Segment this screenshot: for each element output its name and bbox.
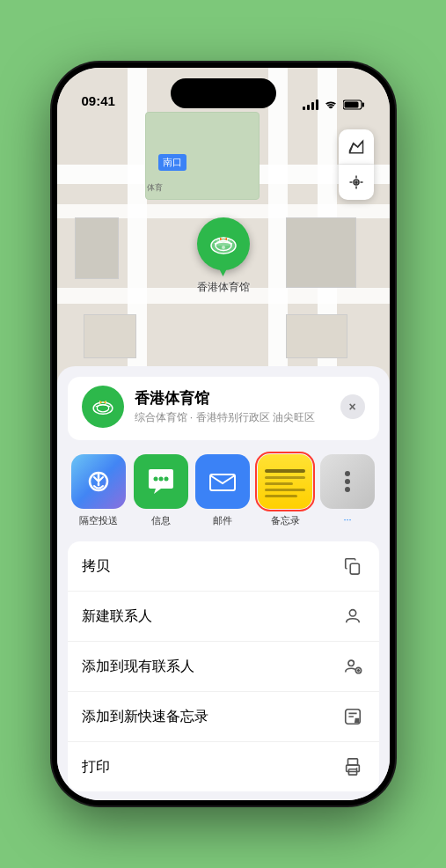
signal-icon — [303, 99, 318, 110]
share-more[interactable]: ··· — [317, 454, 379, 527]
mail-label: 邮件 — [213, 514, 232, 527]
notes-label: 备忘录 — [271, 514, 300, 527]
phone-frame: 09:41 — [52, 63, 395, 805]
copy-icon — [340, 554, 365, 578]
person-add-icon — [340, 654, 365, 679]
status-icons — [303, 99, 365, 110]
note-icon — [340, 704, 365, 729]
svg-point-28 — [347, 660, 353, 666]
svg-point-22 — [153, 477, 157, 482]
bottom-sheet: 香港体育馆 综合体育馆 · 香港特别行政区 油尖旺区 × — [57, 366, 390, 800]
venue-header: 香港体育馆 综合体育馆 · 香港特别行政区 油尖旺区 × — [68, 377, 379, 440]
svg-point-27 — [349, 610, 355, 616]
svg-point-36 — [355, 768, 357, 769]
share-notes[interactable]: 备忘录 — [254, 454, 317, 527]
action-print[interactable]: 打印 — [68, 742, 379, 791]
phone-screen: 09:41 — [57, 68, 390, 800]
pin-tail — [219, 268, 228, 276]
venue-pin-label: 香港体育馆 — [197, 280, 250, 295]
svg-marker-20 — [103, 401, 106, 403]
action-quick-note[interactable]: 添加到新快速备忘录 — [68, 692, 379, 742]
svg-point-10 — [222, 246, 225, 249]
action-quick-note-label: 添加到新快速备忘录 — [82, 708, 208, 726]
svg-rect-1 — [362, 103, 364, 107]
action-new-contact[interactable]: 新建联系人 — [68, 592, 379, 642]
venue-name: 香港体育馆 — [135, 388, 330, 408]
svg-point-5 — [355, 181, 356, 183]
more-label: ··· — [344, 514, 352, 525]
location-button[interactable] — [339, 165, 374, 200]
wifi-icon — [324, 99, 338, 110]
battery-icon — [343, 99, 365, 110]
status-time: 09:41 — [82, 93, 115, 110]
notes-icon — [258, 454, 312, 509]
svg-marker-19 — [99, 401, 102, 403]
share-airdrop[interactable]: 隔空投送 — [68, 454, 130, 527]
svg-rect-33 — [347, 759, 357, 765]
more-icon — [320, 454, 375, 509]
svg-point-24 — [164, 477, 168, 482]
action-copy-label: 拷贝 — [82, 557, 110, 576]
person-icon — [340, 604, 365, 629]
venue-icon — [82, 386, 124, 428]
airdrop-icon — [71, 454, 126, 509]
action-list: 拷贝 新建联系人 — [68, 541, 379, 791]
dynamic-island — [171, 78, 276, 108]
action-add-existing[interactable]: 添加到现有联系人 — [68, 642, 379, 692]
action-copy[interactable]: 拷贝 — [68, 541, 379, 592]
sheet-handle-area — [57, 366, 390, 377]
share-apps-row: 隔空投送 信息 — [57, 440, 390, 534]
action-new-contact-label: 新建联系人 — [82, 607, 152, 626]
map-controls — [339, 129, 374, 200]
svg-rect-9 — [221, 239, 226, 241]
map-south-gate-label: 南口 — [158, 154, 186, 171]
pin-circle — [197, 217, 250, 270]
mail-icon — [195, 454, 250, 509]
venue-pin[interactable]: 香港体育馆 — [197, 217, 250, 295]
print-icon — [340, 754, 365, 779]
svg-rect-2 — [344, 102, 358, 108]
close-button[interactable]: × — [340, 394, 365, 419]
venue-info: 香港体育馆 综合体育馆 · 香港特别行政区 油尖旺区 — [135, 388, 330, 425]
share-messages[interactable]: 信息 — [129, 454, 192, 527]
venue-subtitle: 综合体育馆 · 香港特别行政区 油尖旺区 — [135, 410, 330, 425]
action-print-label: 打印 — [82, 758, 110, 776]
svg-rect-26 — [350, 563, 359, 574]
share-mail[interactable]: 邮件 — [192, 454, 254, 527]
svg-point-23 — [158, 477, 163, 482]
messages-label: 信息 — [151, 514, 171, 527]
action-add-existing-label: 添加到现有联系人 — [82, 658, 194, 676]
airdrop-label: 隔空投送 — [79, 514, 118, 527]
map-type-button[interactable] — [339, 129, 374, 165]
messages-icon — [134, 454, 188, 509]
